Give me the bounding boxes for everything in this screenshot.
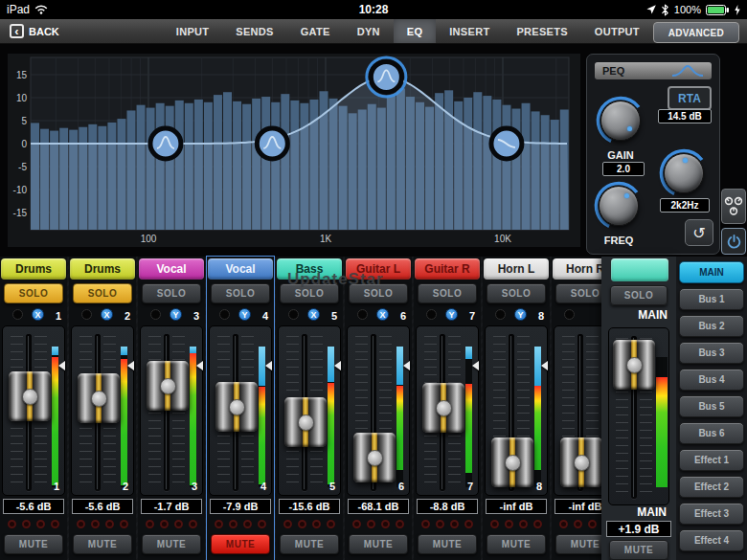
- gain-label: GAIN: [594, 149, 647, 161]
- tab-output[interactable]: OUTPUT: [581, 19, 653, 43]
- gain-reduction-meter: [396, 347, 403, 385]
- fader-handle[interactable]: [147, 361, 189, 411]
- fader-handle[interactable]: [353, 433, 396, 482]
- tab-dyn[interactable]: DYN: [344, 19, 394, 43]
- solo-button[interactable]: SOLO: [4, 283, 63, 303]
- main-mute-button[interactable]: MUTE: [609, 540, 668, 560]
- tab-gate[interactable]: GATE: [287, 19, 344, 43]
- svg-text:10: 10: [16, 93, 28, 103]
- fader-panel: 5: [278, 325, 341, 496]
- tab-input[interactable]: INPUT: [163, 19, 223, 43]
- channel-label[interactable]: Horn L: [484, 258, 549, 280]
- mini-knobs-button[interactable]: [721, 189, 746, 224]
- channel-label[interactable]: Drums: [1, 258, 66, 280]
- status-led: [105, 520, 114, 528]
- fader-handle[interactable]: [284, 397, 327, 447]
- back-button[interactable]: ‹ BACK: [10, 24, 59, 38]
- channel-label[interactable]: Bass: [277, 258, 342, 280]
- solo-button[interactable]: SOLO: [418, 283, 477, 303]
- solo-button[interactable]: SOLO: [142, 283, 201, 303]
- gain-reduction-meter: [534, 347, 541, 386]
- status-led: [298, 520, 306, 528]
- main-solo-button[interactable]: SOLO: [610, 285, 668, 305]
- gain-knob[interactable]: [594, 94, 647, 147]
- eq-type-selector[interactable]: PEQ: [595, 62, 712, 79]
- mute-button[interactable]: MUTE: [349, 534, 408, 554]
- mute-button[interactable]: MUTE: [280, 534, 339, 554]
- bus-tab-effect-1[interactable]: Effect 1: [679, 449, 744, 471]
- bus-tab-bus-1[interactable]: Bus 1: [679, 288, 744, 310]
- bus-tab-bus-6[interactable]: Bus 6: [679, 422, 744, 444]
- tab-eq[interactable]: EQ: [394, 19, 437, 43]
- advanced-button[interactable]: ADVANCED: [653, 22, 739, 43]
- channel-label[interactable]: Guitar L: [346, 258, 411, 280]
- bus-tab-effect-3[interactable]: Effect 3: [679, 503, 744, 525]
- bus-tab-bus-5[interactable]: Bus 5: [679, 395, 744, 417]
- fader-handle[interactable]: [422, 383, 464, 433]
- channel-meter: [396, 347, 403, 487]
- mute-button[interactable]: MUTE: [487, 534, 546, 554]
- fader-handle[interactable]: [9, 371, 51, 421]
- tab-presets[interactable]: PRESETS: [503, 19, 580, 43]
- record-indicator: [495, 309, 506, 320]
- mute-button[interactable]: MUTE: [211, 534, 270, 554]
- eq-graph[interactable]: 151050-5-10-151001K10K: [8, 54, 580, 247]
- channel-number: 1: [56, 310, 61, 322]
- nav-tabs: INPUTSENDSGATEDYNEQINSERTPRESETSOUTPUT: [163, 19, 653, 43]
- fader-handle[interactable]: [215, 382, 258, 432]
- status-led: [283, 520, 292, 528]
- status-led: [77, 520, 85, 528]
- channel-label[interactable]: Vocal: [139, 258, 204, 280]
- solo-button[interactable]: SOLO: [211, 283, 270, 303]
- mute-button[interactable]: MUTE: [142, 534, 201, 554]
- main-fader-handle[interactable]: [613, 340, 655, 390]
- led-row: [5, 518, 62, 530]
- channel-label[interactable]: Drums: [70, 258, 135, 280]
- bus-tab-effect-4[interactable]: Effect 4: [679, 529, 744, 551]
- tab-sends[interactable]: SENDS: [222, 19, 286, 43]
- main-meter-level: [656, 377, 668, 487]
- fader-db-readout: -inf dB: [486, 499, 547, 514]
- status-led: [533, 520, 542, 528]
- eq-band-handle-3[interactable]: [367, 57, 406, 97]
- fader-handle[interactable]: [78, 373, 120, 423]
- fader-handle[interactable]: [560, 437, 602, 487]
- eq-band-handle-1[interactable]: [150, 128, 181, 159]
- freq-knob[interactable]: [592, 179, 645, 233]
- channel-number: 8: [538, 310, 544, 322]
- eq-band-handle-4[interactable]: [491, 128, 522, 159]
- bus-tab-effect-2[interactable]: Effect 2: [679, 476, 744, 498]
- bus-tab-main[interactable]: MAIN: [679, 261, 744, 283]
- main-color-label[interactable]: [611, 258, 668, 281]
- solo-button[interactable]: SOLO: [349, 283, 408, 303]
- rta-button[interactable]: RTA: [668, 86, 712, 110]
- solo-button[interactable]: SOLO: [487, 283, 546, 303]
- width-knob[interactable]: [657, 146, 711, 200]
- freq-knob-cap: [599, 186, 639, 226]
- mute-button[interactable]: MUTE: [4, 534, 63, 554]
- channel-meter: [190, 347, 196, 487]
- unity-marker: [472, 361, 479, 370]
- group-badge: Y: [170, 308, 182, 321]
- eq-power-button[interactable]: [721, 228, 746, 255]
- mute-button[interactable]: MUTE: [418, 534, 477, 554]
- status-led: [22, 520, 31, 528]
- fader-handle[interactable]: [491, 437, 533, 487]
- channel-label[interactable]: Guitar R: [415, 258, 480, 280]
- solo-button[interactable]: SOLO: [280, 283, 339, 303]
- reset-button[interactable]: ↺: [685, 219, 713, 246]
- bus-tab-bus-2[interactable]: Bus 2: [679, 315, 744, 337]
- width-knob-cap: [664, 153, 704, 193]
- bus-tab-bus-4[interactable]: Bus 4: [679, 369, 744, 391]
- channel-label[interactable]: Vocal: [208, 258, 273, 280]
- reset-icon: ↺: [692, 224, 705, 242]
- eq-screen: 151050-5-10-151001K10K PEQ RTA GAIN 14.5…: [0, 44, 747, 257]
- bus-tab-bus-3[interactable]: Bus 3: [679, 342, 744, 364]
- record-indicator: [81, 309, 92, 320]
- led-row: [212, 518, 269, 530]
- solo-button[interactable]: SOLO: [73, 283, 132, 303]
- tab-insert[interactable]: INSERT: [436, 19, 503, 43]
- svg-text:-15: -15: [13, 208, 28, 218]
- eq-band-handle-2[interactable]: [257, 128, 287, 159]
- mute-button[interactable]: MUTE: [73, 534, 132, 554]
